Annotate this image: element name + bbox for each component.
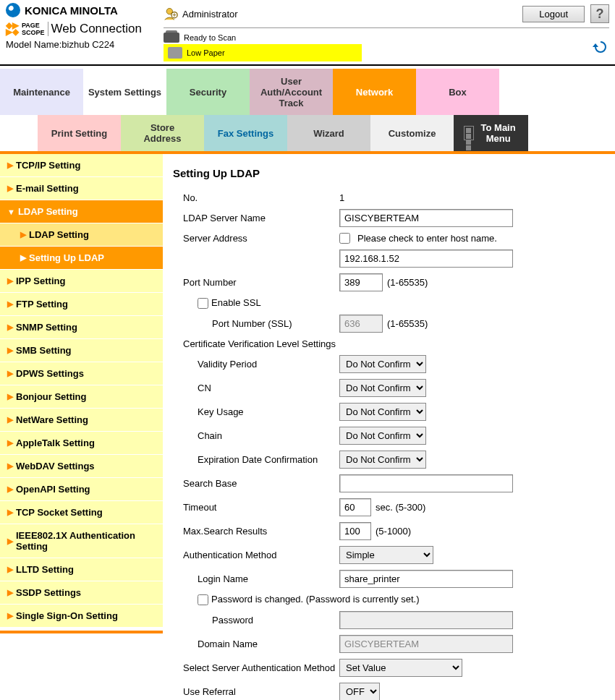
sidebar-item-lltd[interactable]: ▶LLTD Setting [0, 558, 163, 581]
tab-to-main-menu[interactable]: To Main Menu [454, 115, 528, 151]
domain-input[interactable] [339, 635, 513, 653]
model-name: Model Name:bizhub C224 [6, 39, 164, 50]
timeout-input[interactable] [339, 498, 371, 516]
searchbase-input[interactable] [339, 474, 513, 492]
pagescope-small: PAGESCOPE [22, 22, 48, 36]
arrow-right-icon: ▶ [7, 323, 13, 332]
tab-network[interactable]: Network [333, 69, 416, 115]
main-content: Setting Up LDAP No.1 LDAP Server Name Se… [163, 154, 615, 700]
tab-maintenance[interactable]: Maintenance [0, 69, 83, 115]
cn-select[interactable]: Do Not Confirm [339, 379, 426, 397]
sidebar-item-webdav[interactable]: ▶WebDAV Settings [0, 455, 163, 478]
arrow-right-icon: ▶ [7, 508, 13, 517]
loginname-label: Login Name [173, 573, 339, 584]
arrow-right-icon: ▶ [7, 485, 13, 494]
sidebar-item-dpws[interactable]: ▶DPWS Settings [0, 362, 163, 385]
logo-area: KONICA MINOLTA ◆▶▶◆ PAGESCOPE Web Connec… [6, 3, 164, 61]
admin-user-label: Administrator [182, 9, 238, 20]
pwchanged-row: Password is changed. (Password is curren… [173, 594, 420, 605]
sidebar-item-ldap[interactable]: ▼LDAP Setting [0, 200, 163, 223]
arrow-right-icon: ▶ [7, 161, 13, 170]
main-tabs: Maintenance System Settings Security Use… [0, 69, 615, 115]
authmethod-select[interactable]: Simple [339, 546, 433, 564]
serveraddr-input[interactable] [339, 249, 513, 268]
sidebar-item-tcpip[interactable]: ▶TCP/IP Setting [0, 154, 163, 177]
sidebar-item-appletalk[interactable]: ▶AppleTalk Setting [0, 432, 163, 455]
sidebar-item-ssdp[interactable]: ▶SSDP Settings [0, 581, 163, 605]
servername-input[interactable] [339, 209, 513, 227]
maxresults-hint: (5-1000) [376, 526, 411, 537]
servername-label: LDAP Server Name [173, 213, 339, 223]
port-input[interactable] [339, 273, 383, 291]
arrow-right-icon: ▶ [7, 346, 13, 355]
tab-box[interactable]: Box [416, 69, 499, 115]
hostname-checkbox[interactable] [339, 233, 350, 244]
serveraddr-label: Server Address [173, 233, 339, 244]
tab-system-settings[interactable]: System Settings [83, 69, 166, 115]
sslport-input[interactable] [339, 315, 383, 333]
status-ready: Ready to Scan [164, 33, 362, 43]
sidebar-item-ftp[interactable]: ▶FTP Setting [0, 293, 163, 316]
expdate-select[interactable]: Do Not Confirm [339, 451, 426, 469]
brand-text: KONICA MINOLTA [25, 4, 118, 17]
refresh-button[interactable] [592, 38, 609, 56]
maxresults-input[interactable] [339, 522, 371, 540]
arrow-right-icon: ▶ [20, 230, 26, 239]
arrow-right-icon: ▶ [7, 299, 13, 309]
tab-customize[interactable]: Customize [370, 115, 454, 151]
tab-print-setting[interactable]: Print Setting [38, 115, 121, 151]
help-button[interactable]: ? [590, 4, 609, 23]
page-title: Setting Up LDAP [173, 167, 605, 179]
sidebar-sub-ldap-setting[interactable]: ▶LDAP Setting [0, 223, 163, 247]
sidebar: ▶TCP/IP Setting ▶E-mail Setting ▼LDAP Se… [0, 154, 163, 700]
keyusage-select[interactable]: Do Not Confirm [339, 403, 426, 421]
chain-select[interactable]: Do Not Confirm [339, 427, 426, 445]
pagescope-main: Web Connection [51, 22, 142, 36]
logout-button[interactable]: Logout [522, 6, 585, 22]
pagescope-logo: ◆▶▶◆ PAGESCOPE Web Connection [6, 22, 164, 36]
timeout-label: Timeout [173, 502, 339, 513]
chain-label: Chain [173, 430, 339, 441]
password-input[interactable] [339, 611, 513, 629]
referral-select[interactable]: OFF [339, 683, 380, 700]
validity-select[interactable]: Do Not Confirm [339, 355, 426, 373]
user-icon [164, 7, 178, 21]
sidebar-item-tcpsocket[interactable]: ▶TCP Socket Setting [0, 501, 163, 524]
port-hint: (1-65535) [387, 277, 428, 288]
sidebar-sub-setting-up-ldap[interactable]: ▶Setting Up LDAP [0, 247, 163, 270]
printer-icon [168, 47, 182, 59]
refresh-icon [592, 38, 609, 56]
sidebar-item-bonjour[interactable]: ▶Bonjour Setting [0, 385, 163, 409]
sidebar-item-email[interactable]: ▶E-mail Setting [0, 177, 163, 200]
sidebar-item-openapi[interactable]: ▶OpenAPI Setting [0, 478, 163, 501]
tab-user-auth[interactable]: User Auth/Account Track [250, 69, 333, 115]
tab-security[interactable]: Security [166, 69, 250, 115]
selectauth-select[interactable]: Set Value [339, 659, 462, 677]
arrow-right-icon: ▶ [7, 565, 13, 574]
sidebar-item-ipp[interactable]: ▶IPP Setting [0, 270, 163, 293]
no-label: No. [173, 192, 339, 203]
authmethod-label: Authentication Method [173, 550, 339, 560]
status-lowpaper: Low Paper [164, 44, 362, 61]
no-value: 1 [339, 192, 605, 203]
arrow-right-icon: ▶ [7, 392, 13, 401]
sidebar-item-ieee[interactable]: ▶IEEE802.1X Authentication Setting [0, 524, 163, 558]
arrow-right-icon: ▶ [20, 253, 26, 262]
sidebar-item-smb[interactable]: ▶SMB Setting [0, 339, 163, 362]
tab-store-address[interactable]: Store Address [121, 115, 204, 151]
sidebar-item-netware[interactable]: ▶NetWare Setting [0, 409, 163, 432]
sidebar-item-snmp[interactable]: ▶SNMP Setting [0, 316, 163, 339]
loginname-input[interactable] [339, 570, 513, 588]
arrow-right-icon: ▶ [7, 438, 13, 448]
brand-logo: KONICA MINOLTA [6, 3, 164, 17]
tab-wizard[interactable]: Wizard [287, 115, 370, 151]
tab-fax-settings[interactable]: Fax Settings [204, 115, 287, 151]
arrow-right-icon: ▶ [7, 588, 13, 597]
keyusage-label: Key Usage [173, 406, 339, 417]
cn-label: CN [173, 383, 339, 393]
pwchanged-checkbox[interactable] [198, 594, 208, 605]
arrow-right-icon: ▶ [7, 415, 13, 424]
ssl-checkbox[interactable] [198, 298, 208, 309]
sidebar-item-sso[interactable]: ▶Single Sign-On Setting [0, 605, 163, 628]
brand-logo-icon [6, 3, 20, 17]
